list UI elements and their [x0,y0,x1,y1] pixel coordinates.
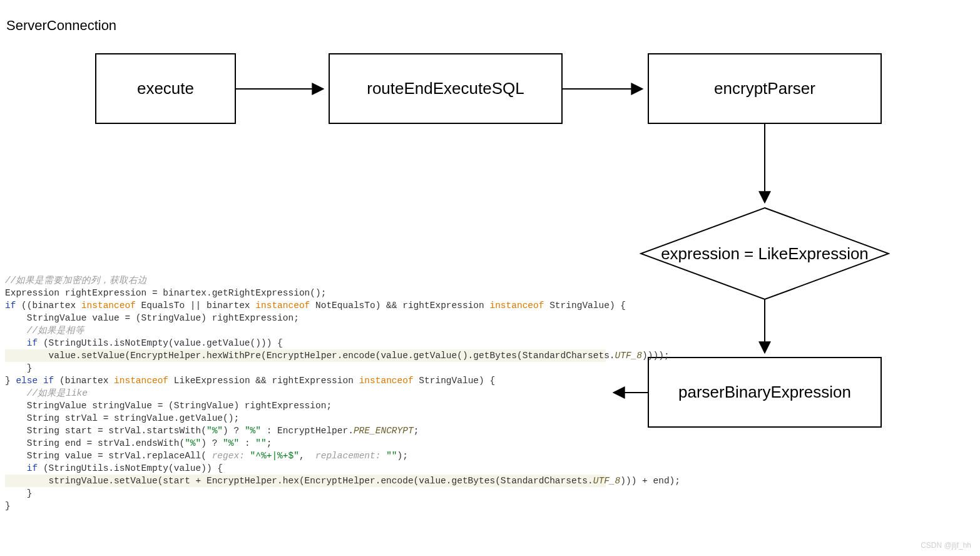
code-line: } else if (binartex instanceof LikeExpre… [5,374,606,387]
code-line: StringValue stringValue = (StringValue) … [5,399,606,412]
node-routeEndExecuteSQL-label: routeEndExecuteSQL [367,79,524,98]
node-encryptParser-label: encryptParser [714,79,815,98]
node-parserBinaryExpression: parserBinaryExpression [648,357,882,428]
code-line: if ((binartex instanceof EqualsTo || bin… [5,299,606,312]
code-line: //如果是需要加密的列，获取右边 [5,274,606,287]
code-line: String start = strVal.startsWith("%") ? … [5,425,606,437]
arrow-encrypt-to-decision [758,124,772,208]
arrow-route-to-encrypt [563,82,648,96]
watermark: CSDN @jljf_hh [921,541,971,550]
code-block: //如果是需要加密的列，获取右边Expression rightExpressi… [5,274,606,512]
code-line: String strVal = stringValue.getValue(); [5,412,606,425]
arrow-decision-to-parser [758,299,772,358]
node-execute: execute [95,53,236,124]
code-line: String value = strVal.replaceAll( regex:… [5,450,606,462]
code-line: //如果是相等 [5,324,606,337]
node-decision-label: expression = LikeExpression [661,244,869,264]
page-title: ServerConnection [6,18,116,34]
code-line: Expression rightExpression = binartex.ge… [5,287,606,299]
code-line: String end = strVal.endsWith("%") ? "%" … [5,437,606,450]
code-line: StringValue value = (StringValue) rightE… [5,312,606,324]
code-line: value.setValue(EncryptHelper.hexWithPre(… [5,349,606,362]
node-parserBinaryExpression-label: parserBinaryExpression [678,383,851,402]
code-line: if (StringUtils.isNotEmpty(value.getValu… [5,337,606,349]
arrow-execute-to-route [236,82,329,96]
code-line: } [5,500,606,512]
node-decision: expression = LikeExpression [640,207,890,301]
diagram-canvas: ServerConnection execute routeEndExecute… [0,0,980,556]
node-encryptParser: encryptParser [648,53,882,124]
code-line: } [5,362,606,374]
code-line: if (StringUtils.isNotEmpty(value)) { [5,462,606,475]
code-line: stringValue.setValue(start + EncryptHelp… [5,475,606,487]
arrow-parser-to-code [608,386,649,399]
code-line: } [5,487,606,500]
code-line: //如果是like [5,387,606,399]
node-execute-label: execute [137,79,194,98]
node-routeEndExecuteSQL: routeEndExecuteSQL [329,53,563,124]
